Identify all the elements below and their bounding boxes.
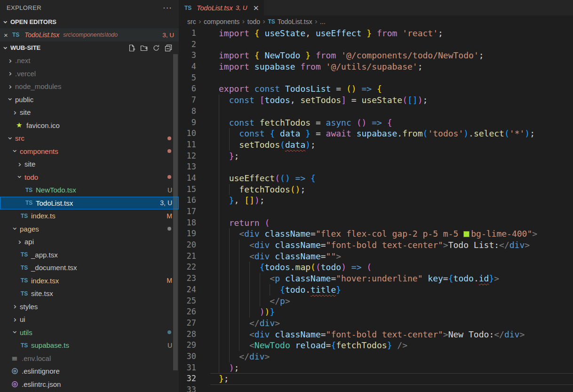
tree-item-ui[interactable]: ›ui (0, 313, 179, 326)
tab-todolist[interactable]: TS TodoList.tsx 3, U × (179, 0, 264, 16)
code-line-15[interactable]: fetchTodos(); (219, 184, 573, 195)
tree-item-index.tsx[interactable]: TSindex.tsxM (0, 274, 179, 288)
tree-item-node-modules[interactable]: ›node_modules (0, 80, 179, 93)
collapse-all-icon[interactable] (165, 44, 172, 52)
code-line-9[interactable]: const fetchTodos = async () => { (219, 117, 573, 128)
chevron-down-icon: › (11, 225, 19, 232)
code-line-26[interactable]: ))} (219, 306, 573, 318)
breadcrumb-item-components[interactable]: components (204, 18, 239, 25)
project-section-header[interactable]: › WUB-SITE (0, 41, 179, 54)
tree-item-site[interactable]: ›site (0, 106, 179, 119)
tree-item-utils[interactable]: ›utils (0, 326, 179, 339)
tree-item-pages[interactable]: ›pages (0, 223, 179, 236)
new-folder-icon[interactable] (140, 44, 148, 52)
code-line-22[interactable]: {todos.map((todo) => ( (219, 262, 573, 273)
code-line-19[interactable]: <div className="flex flex-col gap-2 p-5 … (219, 228, 573, 240)
tree-item-.env.local[interactable]: ≡.env.local (0, 352, 179, 365)
tree-item-supabase.ts[interactable]: TSsupabase.tsU (0, 339, 179, 352)
tree-item-site.tsx[interactable]: TSsite.tsx (0, 287, 179, 300)
tree-item-label: NewTodo.tsx (36, 186, 76, 194)
code-editor: 1234567891011121314151617181920212223242… (179, 28, 573, 392)
code-line-32[interactable]: }; (219, 373, 573, 384)
code-line-1[interactable]: import { useState, useEffect } from 'rea… (219, 28, 573, 39)
breadcrumb-item-todolist.tsx[interactable]: TSTodoList.tsx (268, 18, 312, 25)
tree-item-src[interactable]: ›src (0, 132, 179, 145)
code-line-2[interactable] (219, 39, 573, 50)
tree-item--document.tsx[interactable]: TS_document.tsx (0, 261, 179, 274)
code-line-14[interactable]: useEffect(() => { (219, 173, 573, 184)
code-line-13[interactable] (219, 161, 573, 173)
code-token: . (397, 128, 402, 138)
indent-guide (239, 262, 249, 273)
indent-guide (229, 329, 239, 340)
code-line-23[interactable]: <p className="hover:underline" key={todo… (219, 273, 573, 284)
code-line-24[interactable]: {todo.title} (219, 284, 573, 296)
code-line-10[interactable]: const { data } = await supabase.from('to… (219, 128, 573, 139)
explorer-more-icon[interactable]: ··· (163, 6, 172, 10)
indent-guide (219, 296, 229, 307)
tree-item-todo[interactable]: ›todo (0, 171, 179, 184)
chevron-right-icon: › (315, 17, 318, 26)
code-line-11[interactable]: setTodos(data); (219, 139, 573, 151)
tree-item-components[interactable]: ›components (0, 145, 179, 158)
close-icon[interactable]: × (253, 3, 259, 12)
open-editors-header[interactable]: › OPEN EDITORS (0, 16, 179, 28)
code-line-18[interactable]: return ( (219, 217, 573, 229)
sidebar-scrollbar[interactable] (173, 54, 178, 370)
tree-item-.vercel[interactable]: ›.vercel (0, 67, 179, 80)
tree-item-.eslintignore[interactable]: .eslintignore (0, 365, 179, 378)
code-line-7[interactable]: const [todos, setTodos] = useState([]); (219, 95, 573, 106)
code-line-27[interactable]: </div> (219, 318, 573, 329)
code-line-30[interactable]: </div> (219, 351, 573, 362)
tree-item-todolist.tsx[interactable]: TSTodoList.tsx3, U (0, 197, 179, 210)
breadcrumb-label: ... (320, 18, 326, 25)
code-line-28[interactable]: <div className="font-bold text-center">N… (219, 329, 573, 340)
tree-item-styles[interactable]: ›styles (0, 300, 179, 313)
code-line-5[interactable] (219, 72, 573, 84)
code-token: ( (280, 140, 285, 150)
code-line-21[interactable]: <div className=""> (219, 251, 573, 262)
tree-item-.next[interactable]: ›.next (0, 54, 179, 67)
indent-guide (219, 95, 229, 106)
code-line-31[interactable]: ); (219, 362, 573, 374)
code-token: ) (341, 262, 346, 272)
tree-item-index.ts[interactable]: TSindex.tsM (0, 209, 179, 223)
tree-item-api[interactable]: ›api (0, 235, 179, 248)
code-line-25[interactable]: </p> (219, 296, 573, 307)
code-token: ( (310, 262, 316, 272)
indent-guide (260, 296, 270, 307)
code-line-8[interactable] (219, 106, 573, 117)
open-editor-item[interactable]: × TS TodoList.tsx src\components\todo 3,… (0, 28, 179, 41)
code-line-3[interactable]: import { NewTodo } from '@/components/to… (219, 50, 573, 61)
code-line-4[interactable]: import supabase from '@/utils/supabase'; (219, 61, 573, 72)
refresh-icon[interactable] (152, 44, 160, 52)
tree-item-.eslintrc.json[interactable]: .eslintrc.json (0, 378, 179, 391)
tree-item-newtodo.tsx[interactable]: TSNewTodo.tsxU (0, 184, 179, 197)
code-line-6[interactable]: export const TodosList = () => { (219, 83, 573, 95)
breadcrumb-item-...[interactable]: ... (320, 18, 326, 25)
tree-item-public[interactable]: ›public (0, 93, 179, 106)
code-token: = (331, 273, 336, 283)
code-content[interactable]: import { useState, useEffect } from 'rea… (210, 28, 573, 392)
breadcrumb-item-todo[interactable]: todo (247, 18, 260, 25)
chevron-right-icon: › (16, 238, 24, 246)
typescript-file-icon: TS (25, 187, 35, 193)
code-line-16[interactable]: }, []); (219, 195, 573, 206)
code-line-33[interactable] (219, 384, 573, 392)
code-line-12[interactable]: }; (219, 151, 573, 162)
new-file-icon[interactable] (128, 44, 135, 52)
tree-item-favicon.ico[interactable]: ★favicon.ico (0, 119, 179, 132)
breadcrumb-item-src[interactable]: src (187, 18, 196, 25)
tree-item--app.tsx[interactable]: TS_app.tsx (0, 248, 179, 262)
code-line-20[interactable]: <div className="font-bold text-center">T… (219, 240, 573, 251)
code-token: ; (479, 50, 484, 60)
tree-item-site[interactable]: ›site (0, 158, 179, 171)
code-line-17[interactable] (219, 206, 573, 217)
code-token: className (280, 273, 331, 283)
code-token: = (321, 240, 326, 250)
tree-item-label: index.tsx (31, 277, 59, 285)
code-line-29[interactable]: <NewTodo reload={fetchTodos} /> (219, 340, 573, 351)
close-icon[interactable]: × (4, 31, 12, 39)
code-token: < (249, 240, 255, 250)
code-token: div (255, 329, 270, 339)
